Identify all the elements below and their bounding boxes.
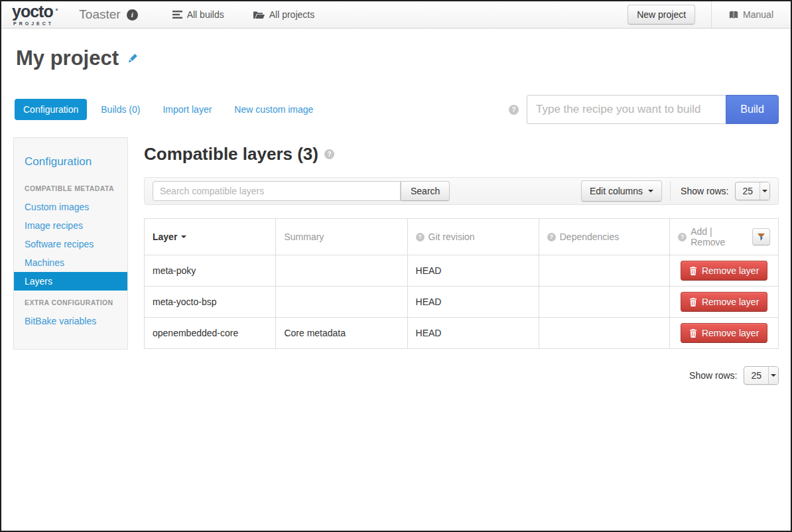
sidebar-item-software-recipes[interactable]: Software recipes [14,235,127,253]
sidebar-item-image-recipes[interactable]: Image recipes [14,216,127,235]
edit-title-pencil-icon[interactable] [127,53,138,64]
show-rows-select[interactable]: 25 [735,182,770,200]
show-rows-label: Show rows: [681,186,728,196]
sidebar-item-custom-images[interactable]: Custom images [14,198,127,216]
table-header-row: Layer Summary ? Git revision [145,219,779,255]
all-projects-link[interactable]: All projects [253,9,314,20]
remove-layer-button[interactable]: Remove layer [681,261,767,281]
edit-columns-label: Edit columns [590,186,643,196]
trash-icon [689,298,697,306]
all-projects-label: All projects [269,9,314,20]
bottom-pagination: Show rows: 25 [144,366,779,385]
manual-link[interactable]: Manual [712,9,791,20]
remove-layer-button[interactable]: Remove layer [681,323,767,343]
all-builds-label: All builds [187,9,224,20]
build-form: ? Build [509,95,779,124]
table-row: meta-yocto-bsp HEAD Remove layer [145,287,779,318]
sidebar-heading-extra-configuration: EXTRA CONFIGURATION [14,291,127,312]
sidebar-item-bitbake-variables[interactable]: BitBake variables [14,312,127,330]
tab-import-layer[interactable]: Import layer [154,99,220,120]
page-title: My project [16,46,119,70]
trash-icon [689,329,697,338]
action-cell: Remove layer [670,318,779,349]
table-row: openembedded-core Core metadata HEAD Rem… [145,318,779,349]
summary-cell: Core metadata [276,318,407,349]
content-row: Configuration COMPATIBLE METADATA Custom… [13,137,779,385]
dependencies-cell [539,255,670,287]
yocto-logo[interactable]: yocto · PROJECT [12,3,59,26]
add-remove-header-label: Add | Remove [691,226,748,247]
table-row: meta-poky HEAD Remove layer [145,255,779,287]
build-button[interactable]: Build [726,95,779,124]
sidebar-item-machines[interactable]: Machines [14,253,127,272]
column-header-dependencies: ? Dependencies [539,219,670,255]
remove-layer-label: Remove layer [702,265,759,276]
remove-layer-label: Remove layer [702,328,759,338]
tab-builds[interactable]: Builds (0) [92,99,149,120]
new-project-button[interactable]: New project [627,5,695,25]
dependencies-help-icon[interactable]: ? [547,233,556,241]
logo-text: yocto [12,3,53,20]
tab-configuration[interactable]: Configuration [15,99,87,120]
dependencies-cell [539,287,670,318]
filter-funnel-icon [758,233,765,241]
select-caret-icon [768,367,778,384]
sidebar-heading-compatible-metadata: COMPATIBLE METADATA [14,176,127,198]
app-window: yocto · PROJECT Toaster i All builds All… [0,0,792,532]
sidebar-item-configuration[interactable]: Configuration [14,149,127,176]
layer-header-label: Layer [153,232,177,242]
compatible-layers-heading: Compatible layers (3) [144,144,318,165]
main-panel: Compatible layers (3) ? Search Edit colu… [144,137,779,385]
summary-cell [276,255,407,287]
summary-header-label: Summary [284,232,324,242]
layer-cell: openembedded-core [145,318,276,349]
search-layers-input[interactable] [153,181,401,201]
show-rows-value: 25 [744,367,768,384]
edit-columns-button[interactable]: Edit columns [581,180,662,202]
show-rows-select-bottom[interactable]: 25 [744,366,779,385]
git-revision-header-label: Git revision [429,232,475,242]
show-rows-label: Show rows: [689,370,737,381]
git-revision-cell: HEAD [407,287,539,318]
build-help-icon[interactable]: ? [509,105,519,115]
tab-new-custom-image[interactable]: New custom image [226,99,322,120]
compatible-layers-help-icon[interactable]: ? [324,149,334,159]
column-header-layer[interactable]: Layer [145,219,276,255]
navbar-right: New project Manual [627,1,791,28]
tabs-row: Configuration Builds (0) Import layer Ne… [13,95,779,124]
trash-icon [689,267,697,275]
add-remove-help-icon[interactable]: ? [678,233,687,241]
sidebar-item-layers[interactable]: Layers [14,272,127,291]
logo-dot: · [55,3,60,15]
top-navbar: yocto · PROJECT Toaster i All builds All… [1,1,791,29]
table-controls-panel: Search Edit columns Show rows: 25 [144,177,779,205]
search-button[interactable]: Search [401,181,450,201]
summary-cell [276,287,407,318]
filter-button[interactable] [752,228,770,245]
manual-label: Manual [743,9,773,20]
book-icon [729,11,738,19]
build-recipe-input[interactable] [527,95,726,124]
all-builds-link[interactable]: All builds [172,9,224,20]
yocto-logo-top: yocto · [12,3,59,20]
remove-layer-label: Remove layer [702,297,759,307]
info-icon[interactable]: i [127,9,138,21]
layer-cell: meta-poky [145,255,276,287]
git-revision-help-icon[interactable]: ? [416,233,425,241]
chevron-down-icon [648,190,653,192]
layer-cell: meta-yocto-bsp [145,287,276,318]
dependencies-header-label: Dependencies [560,232,620,242]
action-cell: Remove layer [670,255,779,287]
sort-caret-icon [181,235,186,238]
main-heading-row: Compatible layers (3) ? [144,144,779,165]
project-tabs: Configuration Builds (0) Import layer Ne… [15,99,322,120]
configuration-sidebar: Configuration COMPATIBLE METADATA Custom… [13,137,128,350]
page-body: My project Configuration Builds (0) Impo… [1,46,791,385]
column-header-summary: Summary [276,219,407,255]
remove-layer-button[interactable]: Remove layer [681,292,767,312]
git-revision-cell: HEAD [407,255,539,287]
page-title-row: My project [16,46,779,70]
dependencies-cell [539,318,670,349]
select-caret-icon [759,182,769,200]
show-rows-value: 25 [736,182,759,200]
